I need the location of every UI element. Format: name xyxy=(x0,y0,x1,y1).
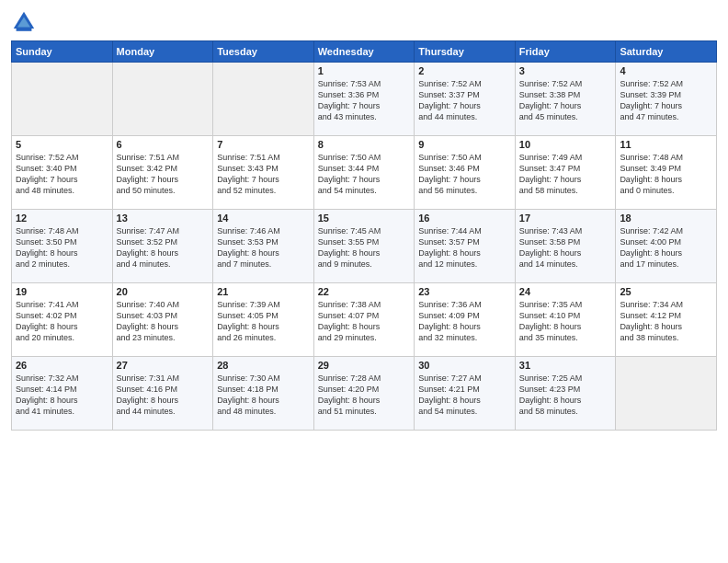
day-number: 10 xyxy=(519,139,612,150)
calendar-cell: 2Sunrise: 7:52 AM Sunset: 3:37 PM Daylig… xyxy=(415,63,516,136)
page: SundayMondayTuesdayWednesdayThursdayFrid… xyxy=(0,0,728,563)
day-number: 31 xyxy=(519,360,612,371)
calendar-cell: 11Sunrise: 7:48 AM Sunset: 3:49 PM Dayli… xyxy=(616,136,717,210)
calendar-cell: 23Sunrise: 7:36 AM Sunset: 4:09 PM Dayli… xyxy=(415,283,516,357)
calendar-week-row: 12Sunrise: 7:48 AM Sunset: 3:50 PM Dayli… xyxy=(12,210,717,283)
day-content: Sunrise: 7:50 AM Sunset: 3:46 PM Dayligh… xyxy=(418,152,511,197)
calendar-cell: 6Sunrise: 7:51 AM Sunset: 3:42 PM Daylig… xyxy=(112,136,213,210)
day-number: 13 xyxy=(117,213,210,224)
day-number: 5 xyxy=(16,139,108,150)
day-content: Sunrise: 7:39 AM Sunset: 4:05 PM Dayligh… xyxy=(217,299,310,344)
day-number: 30 xyxy=(418,360,511,371)
day-number: 19 xyxy=(16,286,108,297)
calendar-cell: 25Sunrise: 7:34 AM Sunset: 4:12 PM Dayli… xyxy=(616,283,717,357)
day-content: Sunrise: 7:52 AM Sunset: 3:37 PM Dayligh… xyxy=(418,78,511,123)
calendar-cell xyxy=(213,63,314,136)
calendar-header-row: SundayMondayTuesdayWednesdayThursdayFrid… xyxy=(12,41,717,63)
day-content: Sunrise: 7:42 AM Sunset: 4:00 PM Dayligh… xyxy=(620,225,712,270)
day-number: 6 xyxy=(117,139,210,150)
calendar-cell xyxy=(112,63,213,136)
day-content: Sunrise: 7:34 AM Sunset: 4:12 PM Dayligh… xyxy=(620,299,712,344)
day-number: 16 xyxy=(418,213,511,224)
day-header-thursday: Thursday xyxy=(415,41,516,63)
day-content: Sunrise: 7:47 AM Sunset: 3:52 PM Dayligh… xyxy=(117,225,210,270)
day-content: Sunrise: 7:30 AM Sunset: 4:18 PM Dayligh… xyxy=(217,373,310,418)
calendar-cell: 13Sunrise: 7:47 AM Sunset: 3:52 PM Dayli… xyxy=(112,210,213,283)
day-number: 20 xyxy=(117,286,210,297)
day-number: 24 xyxy=(519,286,612,297)
calendar-cell: 8Sunrise: 7:50 AM Sunset: 3:44 PM Daylig… xyxy=(313,136,415,210)
calendar-table: SundayMondayTuesdayWednesdayThursdayFrid… xyxy=(11,40,717,431)
day-content: Sunrise: 7:48 AM Sunset: 3:50 PM Dayligh… xyxy=(16,225,108,270)
day-number: 25 xyxy=(620,286,712,297)
day-number: 26 xyxy=(16,360,108,371)
day-content: Sunrise: 7:46 AM Sunset: 3:53 PM Dayligh… xyxy=(217,225,310,270)
calendar-cell: 18Sunrise: 7:42 AM Sunset: 4:00 PM Dayli… xyxy=(616,210,717,283)
day-number: 1 xyxy=(318,65,411,76)
day-content: Sunrise: 7:53 AM Sunset: 3:36 PM Dayligh… xyxy=(318,78,411,123)
calendar-cell: 15Sunrise: 7:45 AM Sunset: 3:55 PM Dayli… xyxy=(313,210,415,283)
calendar-cell: 21Sunrise: 7:39 AM Sunset: 4:05 PM Dayli… xyxy=(213,283,314,357)
calendar-cell: 7Sunrise: 7:51 AM Sunset: 3:43 PM Daylig… xyxy=(213,136,314,210)
day-content: Sunrise: 7:51 AM Sunset: 3:43 PM Dayligh… xyxy=(217,152,310,197)
calendar-cell xyxy=(616,357,717,431)
day-content: Sunrise: 7:45 AM Sunset: 3:55 PM Dayligh… xyxy=(318,225,411,270)
day-number: 21 xyxy=(217,286,310,297)
day-content: Sunrise: 7:38 AM Sunset: 4:07 PM Dayligh… xyxy=(318,299,411,344)
calendar-cell: 24Sunrise: 7:35 AM Sunset: 4:10 PM Dayli… xyxy=(515,283,616,357)
day-number: 7 xyxy=(217,139,310,150)
day-number: 23 xyxy=(418,286,511,297)
day-number: 18 xyxy=(620,213,712,224)
calendar-cell: 29Sunrise: 7:28 AM Sunset: 4:20 PM Dayli… xyxy=(313,357,415,431)
day-content: Sunrise: 7:32 AM Sunset: 4:14 PM Dayligh… xyxy=(16,373,108,418)
day-number: 2 xyxy=(418,65,511,76)
day-number: 8 xyxy=(318,139,411,150)
day-number: 28 xyxy=(217,360,310,371)
day-content: Sunrise: 7:50 AM Sunset: 3:44 PM Dayligh… xyxy=(318,152,411,197)
day-number: 15 xyxy=(318,213,411,224)
day-number: 14 xyxy=(217,213,310,224)
day-number: 4 xyxy=(620,65,712,76)
day-number: 17 xyxy=(519,213,612,224)
day-content: Sunrise: 7:36 AM Sunset: 4:09 PM Dayligh… xyxy=(418,299,511,344)
calendar-week-row: 19Sunrise: 7:41 AM Sunset: 4:02 PM Dayli… xyxy=(12,283,717,357)
day-content: Sunrise: 7:31 AM Sunset: 4:16 PM Dayligh… xyxy=(117,373,210,418)
calendar-cell: 16Sunrise: 7:44 AM Sunset: 3:57 PM Dayli… xyxy=(415,210,516,283)
day-header-saturday: Saturday xyxy=(616,41,717,63)
day-header-monday: Monday xyxy=(112,41,213,63)
day-content: Sunrise: 7:27 AM Sunset: 4:21 PM Dayligh… xyxy=(418,373,511,418)
day-number: 9 xyxy=(418,139,511,150)
day-content: Sunrise: 7:41 AM Sunset: 4:02 PM Dayligh… xyxy=(16,299,108,344)
calendar-cell: 26Sunrise: 7:32 AM Sunset: 4:14 PM Dayli… xyxy=(12,357,113,431)
calendar-cell: 9Sunrise: 7:50 AM Sunset: 3:46 PM Daylig… xyxy=(415,136,516,210)
day-number: 12 xyxy=(16,213,108,224)
calendar-cell: 3Sunrise: 7:52 AM Sunset: 3:38 PM Daylig… xyxy=(515,63,616,136)
day-number: 22 xyxy=(318,286,411,297)
day-number: 29 xyxy=(318,360,411,371)
day-content: Sunrise: 7:49 AM Sunset: 3:47 PM Dayligh… xyxy=(519,152,612,197)
day-content: Sunrise: 7:44 AM Sunset: 3:57 PM Dayligh… xyxy=(418,225,511,270)
header xyxy=(11,9,717,35)
svg-rect-2 xyxy=(17,29,32,31)
calendar-cell: 20Sunrise: 7:40 AM Sunset: 4:03 PM Dayli… xyxy=(112,283,213,357)
calendar-cell: 5Sunrise: 7:52 AM Sunset: 3:40 PM Daylig… xyxy=(12,136,113,210)
day-number: 27 xyxy=(117,360,210,371)
calendar-cell: 10Sunrise: 7:49 AM Sunset: 3:47 PM Dayli… xyxy=(515,136,616,210)
calendar-cell: 22Sunrise: 7:38 AM Sunset: 4:07 PM Dayli… xyxy=(313,283,415,357)
logo-icon xyxy=(11,9,37,35)
day-content: Sunrise: 7:52 AM Sunset: 3:39 PM Dayligh… xyxy=(620,78,712,123)
calendar-week-row: 5Sunrise: 7:52 AM Sunset: 3:40 PM Daylig… xyxy=(12,136,717,210)
day-header-friday: Friday xyxy=(515,41,616,63)
day-header-tuesday: Tuesday xyxy=(213,41,314,63)
calendar-cell: 27Sunrise: 7:31 AM Sunset: 4:16 PM Dayli… xyxy=(112,357,213,431)
calendar-cell: 12Sunrise: 7:48 AM Sunset: 3:50 PM Dayli… xyxy=(12,210,113,283)
logo xyxy=(11,9,40,35)
day-content: Sunrise: 7:35 AM Sunset: 4:10 PM Dayligh… xyxy=(519,299,612,344)
day-content: Sunrise: 7:25 AM Sunset: 4:23 PM Dayligh… xyxy=(519,373,612,418)
day-content: Sunrise: 7:43 AM Sunset: 3:58 PM Dayligh… xyxy=(519,225,612,270)
calendar-week-row: 1Sunrise: 7:53 AM Sunset: 3:36 PM Daylig… xyxy=(12,63,717,136)
day-header-wednesday: Wednesday xyxy=(313,41,415,63)
calendar-cell: 17Sunrise: 7:43 AM Sunset: 3:58 PM Dayli… xyxy=(515,210,616,283)
calendar-cell: 1Sunrise: 7:53 AM Sunset: 3:36 PM Daylig… xyxy=(313,63,415,136)
calendar-cell: 28Sunrise: 7:30 AM Sunset: 4:18 PM Dayli… xyxy=(213,357,314,431)
